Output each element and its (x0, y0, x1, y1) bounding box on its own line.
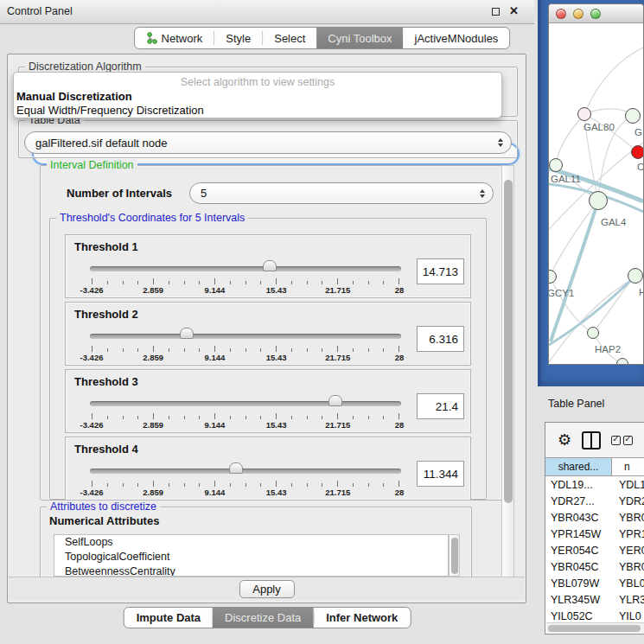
threshold-4-value-field[interactable]: 11.344 (417, 461, 464, 487)
bottom-tab-bar: Impute Data Discretize Data Infer Networ… (124, 607, 411, 628)
table-header-row: shared... n (545, 457, 644, 476)
threshold-2-value-field[interactable]: 6.316 (417, 326, 464, 352)
slider-handle[interactable] (328, 395, 342, 406)
scrollbar-thumb[interactable] (504, 180, 513, 503)
thresholds-group-label: Threshold's Coordinates for 5 Intervals (56, 212, 248, 224)
attribute-item[interactable]: BetweennessCentrality (54, 564, 448, 577)
tab-network[interactable]: Network (135, 28, 214, 48)
apply-button[interactable]: Apply (239, 580, 295, 598)
interval-definition-label: Interval Definition (47, 159, 137, 171)
tab-infer-network[interactable]: Infer Network (314, 608, 410, 628)
table-row[interactable]: YBL079WYBL0 (545, 575, 644, 591)
table-row[interactable]: YDL19...YDL1 (545, 476, 644, 493)
tab-jactivemnodules[interactable]: jActiveMNodules (404, 28, 510, 48)
tab-impute-data-label: Impute Data (137, 611, 201, 624)
panel-scrollbar[interactable] (501, 165, 514, 577)
network-canvas[interactable]: GAL80GCGAL11GAL4GCY1HHAP2 (549, 23, 643, 364)
table-data-combobox[interactable]: galFiltered.sif default node (24, 131, 512, 154)
close-icon[interactable]: ✕ (509, 4, 519, 17)
attribute-item[interactable]: SelfLoops (54, 535, 448, 550)
slider-track (90, 469, 401, 474)
threshold-3-panel: Threshold 3 -3.4262.8599.14415.4321.7152… (65, 369, 471, 433)
table-row[interactable]: YBR045CYBR0 (545, 558, 644, 575)
node-label: H (639, 287, 643, 297)
checkbox-icon[interactable] (623, 436, 633, 445)
panel-title: Control Panel (7, 5, 73, 17)
number-of-intervals-combobox[interactable]: 5 (189, 182, 494, 204)
threshold-1-label: Threshold 1 (74, 240, 138, 253)
tab-cyni-toolbox-label: Cyni Toolbox (328, 32, 392, 45)
tab-network-label: Network (162, 32, 203, 45)
tab-select-label: Select (274, 32, 305, 45)
tick-labels: -3.4262.8599.14415.4321.71528 (92, 285, 399, 296)
control-panel-titlebar: Control Panel ✕ (0, 0, 534, 24)
screen: Control Panel ✕ Network Style Select Cyn… (0, 0, 644, 644)
node-label: C (637, 162, 643, 172)
columns-icon[interactable] (582, 431, 601, 450)
tab-discretize-data[interactable]: Discretize Data (213, 608, 313, 628)
tab-discretize-data-label: Discretize Data (225, 611, 301, 624)
tick-marks (92, 346, 399, 352)
close-traffic-light-icon[interactable] (556, 9, 566, 19)
float-window-icon[interactable] (492, 8, 500, 16)
dropdown-option-manual[interactable]: Manual Discretization (16, 90, 132, 103)
tick-marks (92, 278, 399, 284)
table-row[interactable]: YER054CYER0 (545, 542, 644, 558)
network-node[interactable] (587, 327, 599, 339)
attribute-item[interactable]: TopologicalCoefficient (54, 550, 448, 564)
minimize-traffic-light-icon[interactable] (573, 9, 583, 19)
tab-impute-data[interactable]: Impute Data (124, 608, 213, 628)
network-view-frame: GAL80GCGAL11GAL4GCY1HHAP2 (548, 3, 644, 365)
slider-track (90, 334, 401, 339)
zoom-traffic-light-icon[interactable] (590, 9, 601, 19)
gear-icon[interactable]: ⚙ (558, 432, 571, 448)
threshold-3-value-field[interactable]: 21.4 (417, 393, 464, 419)
tick-marks (92, 481, 399, 487)
tab-style[interactable]: Style (214, 28, 262, 48)
network-node[interactable] (625, 108, 641, 124)
slider-handle[interactable] (229, 462, 243, 474)
column-header-shared-name[interactable]: shared... (545, 458, 612, 475)
network-node[interactable] (628, 268, 643, 284)
table-row[interactable]: YIL052CYIL0 (545, 608, 644, 622)
network-view-window[interactable]: GAL80GCGAL11GAL4GCY1HHAP2 (538, 0, 644, 386)
checkbox-icon[interactable] (611, 436, 621, 445)
number-of-intervals-value: 5 (201, 187, 207, 200)
network-node[interactable] (577, 107, 591, 121)
dropdown-option-equal-width[interactable]: Equal Width/Frequency Discretization (16, 104, 204, 117)
apply-bar: Apply (9, 577, 525, 600)
scrollbar-thumb[interactable] (548, 625, 641, 632)
threshold-3-label: Threshold 3 (74, 375, 138, 388)
attributes-list-scrollbar[interactable] (449, 534, 460, 577)
network-window-titlebar (549, 4, 643, 23)
table-row[interactable]: YPR145WYPR1 (545, 526, 644, 542)
threshold-1-value-field[interactable]: 14.713 (417, 258, 464, 284)
slider-handle[interactable] (263, 260, 277, 271)
tab-cyni-toolbox[interactable]: Cyni Toolbox (316, 28, 403, 48)
node-label: G (634, 127, 642, 137)
table-row[interactable]: YBR043CYBR0 (545, 509, 644, 526)
tick-labels: -3.4262.8599.14415.4321.71528 (92, 353, 399, 363)
table-panel: ⚙ shared... n YDL19...YDL1YDR27...YDR2YB… (545, 422, 644, 634)
dropdown-placeholder: Select algorithm to view settings (14, 76, 501, 88)
slider-track (90, 401, 401, 406)
table-row[interactable]: YDR27...YDR2 (545, 493, 644, 509)
network-node[interactable] (549, 158, 563, 172)
table-row[interactable]: YLR345WYLR3 (545, 591, 644, 608)
scrollbar-thumb[interactable] (451, 538, 458, 574)
tick-labels: -3.4262.8599.14415.4321.71528 (92, 420, 399, 430)
numerical-attributes-label: Numerical Attributes (49, 514, 159, 527)
network-node[interactable] (589, 191, 608, 210)
slider-handle[interactable] (180, 328, 194, 339)
table-horizontal-scrollbar[interactable] (546, 622, 644, 633)
node-label: GAL80 (583, 122, 615, 132)
table-rows: YDL19...YDL1YDR27...YDR2YBR043CYBR0YPR14… (545, 476, 644, 622)
node-label: HAP2 (595, 344, 621, 354)
attributes-list[interactable]: SelfLoopsTopologicalCoefficientBetweenne… (54, 534, 449, 577)
stepper-icon (480, 189, 485, 198)
cyni-toolbox-panel: Discretization Algorithm Select algorith… (7, 54, 526, 603)
tab-select[interactable]: Select (263, 28, 316, 48)
column-header-name[interactable]: n (612, 458, 644, 475)
network-node[interactable] (631, 145, 643, 159)
network-node[interactable] (616, 358, 628, 364)
